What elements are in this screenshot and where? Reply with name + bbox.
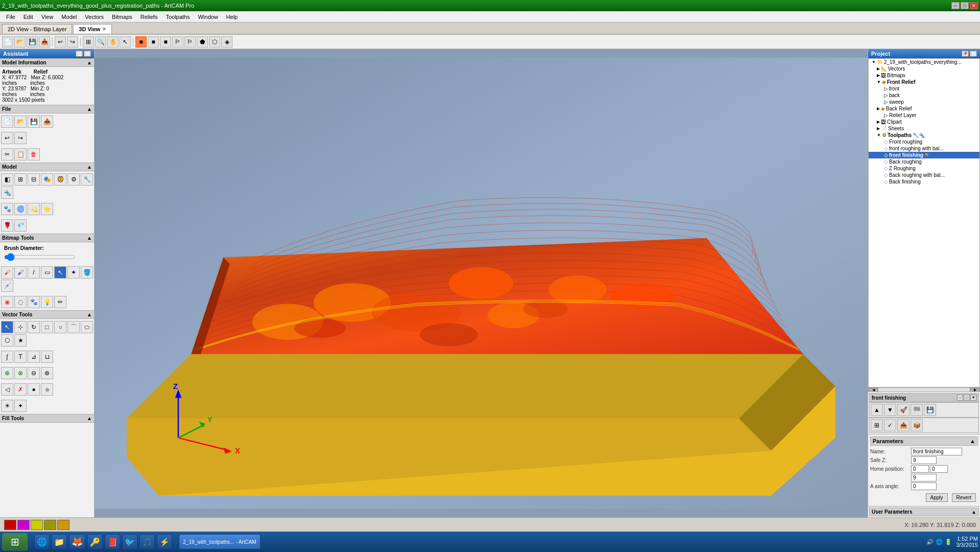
vec-arc-btn[interactable]: ⌒	[67, 321, 80, 333]
toolbar-undo[interactable]: ↩	[55, 36, 66, 48]
tree-back-roughing-bal[interactable]: ◇ Back roughing with bal...	[869, 172, 979, 178]
vec-star-btn[interactable]: ★	[14, 334, 27, 347]
tree-front[interactable]: ▷ front	[869, 85, 979, 92]
vec-select-btn[interactable]: ↖	[1, 321, 13, 333]
tree-back-roughing[interactable]: ◇ Back roughing	[869, 158, 979, 165]
bmp-btn2[interactable]: ◌	[14, 296, 27, 308]
vec-morph-btn[interactable]: ⌾	[41, 383, 53, 396]
params-collapse-btn[interactable]: ▲	[970, 438, 975, 444]
param-home-x-input[interactable]	[911, 465, 929, 473]
vec-sub-btn[interactable]: ⊖	[28, 367, 40, 379]
taskbar-ie-btn[interactable]: 🌐	[34, 534, 50, 549]
toolbar-view5[interactable]: 🏳	[184, 36, 196, 48]
menu-edit[interactable]: Edit	[19, 13, 37, 21]
menu-vectors[interactable]: Vectors	[81, 13, 108, 21]
paint-select-btn[interactable]: ↖	[54, 266, 66, 279]
section-collapse-model[interactable]: ▲	[87, 60, 92, 65]
tree-front-relief[interactable]: ▼ ◆ Front Relief	[869, 79, 979, 85]
vec-union-btn[interactable]: ⊕	[1, 367, 13, 379]
tree-front-relief-arrow[interactable]: ▼	[877, 80, 881, 84]
bmp-btn1[interactable]: ◉	[1, 296, 13, 308]
toolbar-select[interactable]: ↖	[120, 36, 131, 48]
taskbar-explorer-btn[interactable]: 📁	[52, 534, 67, 549]
file-open-btn[interactable]: 📂	[14, 116, 27, 128]
param-home-y-input[interactable]	[930, 465, 948, 473]
project-pin-btn[interactable]: 📌	[962, 51, 969, 57]
bmp-btn4[interactable]: 💡	[41, 296, 53, 308]
tree-clipart[interactable]: ▶ 🖼 Clipart	[869, 119, 979, 125]
tp-sim-all-btn[interactable]: 🏁	[911, 404, 923, 416]
model-btn5[interactable]: 🦁	[54, 173, 66, 186]
vec-node-btn[interactable]: ⊹	[14, 321, 27, 333]
file-save-btn[interactable]: 💾	[28, 116, 40, 128]
tab-3dview[interactable]: 3D View ✕	[73, 24, 112, 34]
toolbar-view4[interactable]: 🏳	[172, 36, 183, 48]
panel-close-btn[interactable]: ✕	[84, 51, 91, 57]
tree-back[interactable]: ▷ back	[869, 92, 979, 99]
paint-magic-btn[interactable]: ✦	[67, 266, 80, 279]
vec-text-btn[interactable]: T	[14, 351, 27, 363]
tp-save-btn[interactable]: 💾	[924, 404, 936, 416]
paint-eyedrop-btn[interactable]: 💉	[1, 280, 13, 292]
vec-offset-btn[interactable]: ⊿	[28, 351, 40, 363]
viewport[interactable]: Z Y X	[95, 49, 868, 517]
tree-back-relief[interactable]: ▶ ◆ Back Relief	[869, 105, 979, 112]
apply-button[interactable]: Apply	[926, 493, 948, 502]
redo-btn[interactable]: ↪	[14, 132, 27, 144]
swatch-olive[interactable]	[44, 520, 56, 530]
model-btn9[interactable]: 🐾	[1, 203, 13, 215]
model-btn10[interactable]: 🌀	[14, 203, 27, 215]
revert-button[interactable]: Revert	[952, 493, 976, 502]
taskbar-app6-btn[interactable]: 🎵	[139, 534, 155, 549]
tree-front-finishing[interactable]: ◇ front finishing ⚑	[869, 152, 979, 158]
bmp-btn3[interactable]: 🐾	[28, 296, 40, 308]
vec-xor-btn[interactable]: ⊛	[41, 367, 53, 379]
vec-polygon-btn[interactable]: ⬡	[1, 334, 13, 347]
vec-sphere-btn[interactable]: ●	[28, 383, 40, 396]
toolbar-redo[interactable]: ↪	[67, 36, 78, 48]
toolbar-pan[interactable]: ✋	[107, 36, 119, 48]
tree-scrollbar[interactable]: ◀ ▶	[868, 387, 980, 392]
tree-front-roughing[interactable]: ◇ Front roughing	[869, 139, 979, 145]
tree-toolpaths[interactable]: ▼ ⚙ Toolpaths 🔧🔩	[869, 132, 979, 139]
vec-ellipse-btn[interactable]: ⬭	[81, 321, 93, 333]
tp-close-btn[interactable]: ✕	[970, 395, 976, 401]
cut-btn[interactable]: ✂	[1, 148, 13, 160]
model-btn12[interactable]: ⭐	[41, 203, 53, 215]
tp-export-all-btn[interactable]: 📦	[911, 419, 923, 431]
paint-blue-btn[interactable]: 🖌	[14, 266, 27, 279]
delete-btn[interactable]: 🗑	[28, 148, 40, 160]
menu-help[interactable]: Help	[222, 13, 242, 21]
model-btn7[interactable]: 🔧	[81, 173, 93, 186]
tree-sheets[interactable]: ▶ 📄 Sheets	[869, 125, 979, 132]
toolbar-view6[interactable]: ⬟	[197, 36, 208, 48]
vec-star2-btn[interactable]: ✦	[14, 400, 27, 412]
tree-back-finishing[interactable]: ◇ Back finishing	[869, 178, 979, 185]
param-name-input[interactable]	[911, 448, 962, 455]
undo-btn[interactable]: ↩	[1, 132, 13, 144]
param-aaxis-input[interactable]	[911, 482, 937, 490]
model-btn6[interactable]: ⚙	[67, 173, 80, 186]
toolbar-zoom-fit[interactable]: ⊞	[83, 36, 94, 48]
start-button[interactable]: ⊞	[2, 533, 28, 550]
scroll-track[interactable]	[878, 388, 970, 392]
taskbar-app7-btn[interactable]: ⚡	[157, 534, 172, 549]
vec-rect-btn[interactable]: □	[41, 321, 53, 333]
user-params-collapse[interactable]: ▲	[971, 509, 976, 515]
toolbar-save[interactable]: 💾	[27, 36, 38, 48]
paint-erase-btn[interactable]: ▭	[41, 266, 53, 279]
toolbar-open[interactable]: 📂	[14, 36, 26, 48]
paste-btn[interactable]: 📋	[14, 148, 27, 160]
menu-reliefs[interactable]: Reliefs	[136, 13, 162, 21]
section-collapse-bitmap[interactable]: ▲	[87, 235, 92, 241]
tree-relief-layer[interactable]: ▷ Relief Layer	[869, 112, 979, 119]
tree-front-roughing-bal[interactable]: ◇ front roughing with bal...	[869, 145, 979, 152]
menu-toolpaths[interactable]: Toolpaths	[161, 13, 194, 21]
taskbar-app5-btn[interactable]: 🐦	[122, 534, 137, 549]
vec-inter-btn[interactable]: ⊗	[14, 367, 27, 379]
taskbar-artcam-btn[interactable]: 2_19_with_toolpaths... - ArtCAM	[179, 534, 261, 549]
menu-model[interactable]: Model	[57, 13, 81, 21]
paint-fill-btn[interactable]: 🪣	[81, 266, 93, 279]
menu-view[interactable]: View	[37, 13, 58, 21]
model-btn8[interactable]: 🔩	[1, 187, 13, 199]
